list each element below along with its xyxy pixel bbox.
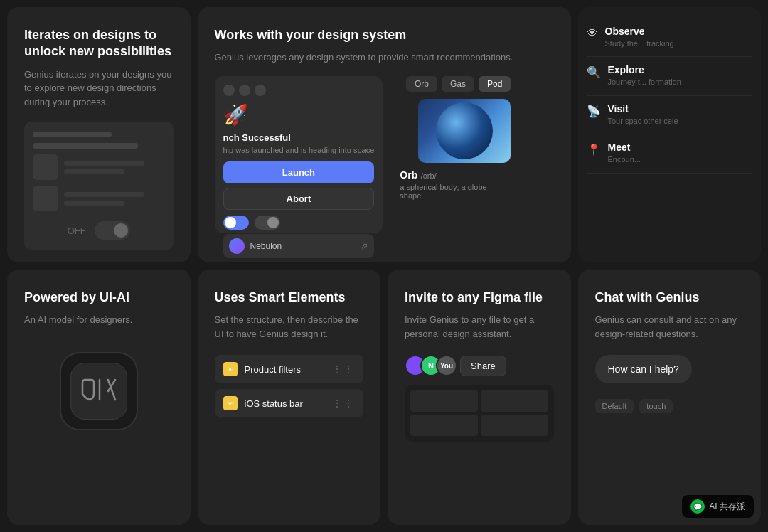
- invite-content: N You Share: [405, 355, 554, 442]
- meet-title: Meet: [608, 142, 641, 153]
- observe-content: Observe Study the... tracking.: [605, 26, 676, 49]
- sidebar-item-meet[interactable]: 📍 Meet Encoun...: [587, 134, 753, 173]
- nebulon-row: Nebulon ⇗: [223, 234, 375, 258]
- share-icon: ⇗: [360, 240, 368, 252]
- smart-element-ios-status[interactable]: ☀ iOS status bar ⋮⋮: [215, 389, 364, 417]
- meet-desc: Encoun...: [608, 154, 641, 165]
- invite-title: Invite to any Figma file: [405, 289, 554, 306]
- uiai-svg: [80, 377, 118, 405]
- powered-title: Powered by UI-AI: [24, 289, 174, 306]
- meet-content: Meet Encoun...: [608, 142, 641, 165]
- mock-bar-2: [33, 143, 138, 149]
- smart-elements-list: ☀ Product filters ⋮⋮ ☀ iOS status bar ⋮⋮: [215, 355, 364, 417]
- toggle-track[interactable]: [95, 221, 130, 240]
- orb-slug: /orb/: [421, 171, 437, 180]
- wechat-icon: 💬: [690, 499, 705, 514]
- invite-avatars: N You Share: [405, 355, 554, 376]
- launch-success-text: nch Successful: [223, 132, 375, 143]
- wechat-text: AI 共存派: [709, 501, 745, 513]
- toggle-off-thumb: [267, 217, 279, 228]
- card-smart: Uses Smart Elements Set the structure, t…: [198, 270, 381, 525]
- orb-name: Orb: [400, 169, 417, 181]
- visit-content: Visit Tour spac other cele: [608, 103, 678, 127]
- orb-image: [418, 99, 511, 163]
- orb-section: Orb Gas Pod Orb /orb/ a spherical body; …: [397, 76, 511, 233]
- nebulon-avatar: [229, 238, 245, 254]
- design-system-title: Works with your design system: [215, 27, 554, 43]
- explore-content: Explore Journey t... formation: [608, 64, 681, 87]
- smart-element-product-filters[interactable]: ☀ Product filters ⋮⋮: [215, 355, 364, 383]
- chat-input-row: Default touch: [595, 399, 745, 413]
- smart-element-icon-2: ☀: [223, 396, 238, 410]
- figma-cell-4: [481, 415, 548, 436]
- iterates-subtitle: Genius iterates on your designs you to e…: [24, 68, 174, 110]
- toggle-on[interactable]: [223, 216, 249, 230]
- chat-content: How can I help? Default touch: [595, 355, 745, 413]
- sidebar-item-observe[interactable]: 👁 Observe Study the... tracking.: [587, 18, 753, 57]
- mock-line-4: [64, 201, 124, 206]
- invite-subtitle: Invite Genius to any file to get a perso…: [405, 313, 554, 341]
- chat-title: Chat with Genius: [595, 289, 745, 306]
- toggle-off[interactable]: [255, 216, 280, 230]
- observe-desc: Study the... tracking.: [605, 38, 676, 49]
- sidebar-item-visit[interactable]: 📡 Visit Tour spac other cele: [587, 96, 753, 134]
- explore-icon: 🔍: [587, 65, 601, 79]
- toggle-row: [223, 216, 375, 230]
- smart-subtitle: Set the structure, then describe the UI …: [215, 313, 364, 341]
- invite-file-preview: [405, 385, 554, 442]
- tab-pod[interactable]: Pod: [479, 76, 511, 92]
- smart-element-icon-1: ☀: [223, 362, 238, 376]
- share-button[interactable]: Share: [460, 356, 506, 376]
- observe-title: Observe: [605, 26, 676, 37]
- visit-desc: Tour spac other cele: [608, 116, 678, 127]
- powered-subtitle: An AI model for designers.: [24, 313, 174, 327]
- launch-button[interactable]: Launch: [223, 161, 375, 183]
- smart-element-left-2: ☀ iOS status bar: [223, 396, 303, 410]
- mock-row-1: [33, 154, 165, 180]
- mock-box-1: [33, 154, 58, 180]
- mock-line-1: [64, 161, 144, 166]
- design-system-subtitle: Genius leverages any design system to pr…: [215, 50, 554, 65]
- launch-dots: [223, 85, 375, 96]
- figma-grid: [405, 385, 554, 442]
- card-powered: Powered by UI-AI An AI model for designe…: [7, 270, 191, 525]
- touch-badge: touch: [639, 399, 673, 413]
- toggle-area[interactable]: OFF: [33, 221, 165, 240]
- dot-2: [239, 85, 250, 96]
- figma-cell-2: [481, 390, 548, 412]
- iterates-title: Iterates on designs to unlock new possib…: [24, 27, 174, 60]
- launch-desc: hip was launched and is heading into spa…: [223, 146, 375, 154]
- default-badge: Default: [595, 399, 634, 413]
- card-design-system: Works with your design system Genius lev…: [198, 7, 571, 262]
- meet-icon: 📍: [587, 143, 601, 156]
- mock-lines-2: [64, 192, 165, 206]
- dot-1: [223, 85, 235, 96]
- ds-tabs: Orb Gas Pod: [397, 76, 511, 92]
- figma-cell-3: [410, 415, 478, 436]
- smart-element-dots-1: ⋮⋮: [332, 363, 355, 375]
- launch-panel: 🚀 nch Successful hip was launched and is…: [215, 76, 383, 233]
- sidebar-item-explore[interactable]: 🔍 Explore Journey t... formation: [587, 57, 753, 95]
- card-invite: Invite to any Figma file Invite Genius t…: [388, 270, 571, 525]
- iterates-mock-ui: OFF: [24, 122, 174, 250]
- mock-line-2: [64, 169, 124, 174]
- orb-desc: a spherical body; a globe shape.: [400, 183, 511, 200]
- explore-title: Explore: [608, 64, 681, 75]
- explore-desc: Journey t... formation: [608, 77, 681, 87]
- uiai-logo-outer: [60, 352, 138, 430]
- card-iterates: Iterates on designs to unlock new possib…: [7, 7, 191, 262]
- smart-title: Uses Smart Elements: [215, 289, 364, 306]
- toggle-on-thumb: [225, 217, 236, 228]
- card-chat: Chat with Genius Genius can consult and …: [578, 270, 762, 525]
- smart-element-label-1: Product filters: [245, 364, 301, 375]
- toggle-thumb: [114, 223, 128, 238]
- mock-row-2: [33, 186, 165, 211]
- abort-button[interactable]: Abort: [223, 188, 375, 210]
- tab-gas[interactable]: Gas: [442, 76, 474, 92]
- mock-bar-1: [33, 132, 112, 137]
- design-system-content: 🚀 nch Successful hip was launched and is…: [215, 76, 554, 233]
- smart-element-label-2: iOS status bar: [245, 398, 303, 409]
- tab-orb[interactable]: Orb: [406, 76, 437, 92]
- avatar-you: You: [436, 355, 457, 376]
- mock-lines-1: [64, 161, 165, 174]
